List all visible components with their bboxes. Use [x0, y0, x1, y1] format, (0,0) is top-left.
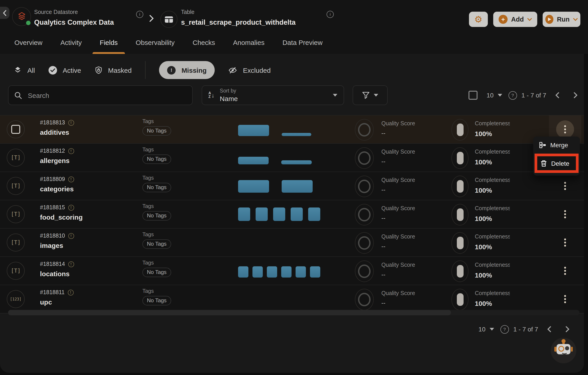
row-menu-button[interactable] [556, 177, 574, 195]
table-breadcrumb[interactable]: Table s_retail_scrape_product_withdelta [181, 10, 295, 26]
field-type-icon[interactable]: [123] [7, 290, 25, 308]
field-name[interactable]: allergens [40, 157, 74, 164]
field-id-cell: #1818812 ! allergens [40, 148, 74, 164]
next-page-button[interactable] [574, 92, 578, 98]
chevron-down-icon [527, 18, 532, 21]
table-row[interactable]: #1818813 ! additives Tags No Tags Qualit… [0, 115, 584, 143]
completeness-label: Completeness [475, 177, 510, 183]
warning-icon: ! [68, 176, 74, 182]
tab-observability[interactable]: Observability [136, 31, 175, 54]
sort-az-icon: AZ↓ [209, 92, 214, 99]
filter-masked[interactable]: Masked [94, 66, 132, 74]
table-info-icon[interactable]: i [326, 11, 334, 18]
next-page-button[interactable] [566, 326, 570, 332]
field-id: #1818810 [40, 233, 65, 239]
funnel-icon [362, 91, 370, 99]
field-name[interactable]: locations [40, 270, 74, 278]
row-context-menu: Merge Delete [533, 136, 580, 176]
select-all-checkbox[interactable] [469, 91, 477, 100]
quality-score-cell: Quality Score -- [355, 119, 415, 141]
field-name[interactable]: categories [40, 185, 74, 193]
search-box[interactable] [8, 85, 193, 105]
delete-label: Delete [551, 160, 569, 167]
row-menu-button[interactable] [556, 234, 574, 251]
field-name[interactable]: images [40, 242, 74, 249]
row-menu-button[interactable] [556, 262, 574, 280]
filter-all[interactable]: All [14, 66, 35, 74]
datastore-breadcrumb[interactable]: Source Datastore Qualytics Complex Data [34, 10, 114, 26]
run-button[interactable]: Run [543, 12, 580, 27]
datastore-avatar[interactable] [12, 7, 31, 26]
scrollbar-thumb[interactable] [8, 310, 451, 315]
table-grid-icon [164, 15, 173, 23]
field-histogram [238, 204, 350, 221]
collapse-sidebar-button[interactable] [0, 7, 10, 19]
field-name[interactable]: upc [40, 298, 74, 306]
filter-missing[interactable]: ! Missing [159, 61, 215, 79]
filter-active[interactable]: Active [48, 66, 81, 74]
page-tabs: Overview Activity Fields Observability C… [0, 31, 588, 54]
fields-panel: All Active Masked ! [0, 54, 584, 373]
menu-item-delete[interactable]: Delete [537, 156, 576, 170]
table-row[interactable]: [T] #1818814 ! locations Tags No Tags Qu… [0, 256, 584, 285]
sort-dropdown[interactable]: AZ↓ Sort by Name [202, 85, 344, 105]
table-row[interactable]: [123] #1818811 ! upc Tags No Tags Qualit… [0, 285, 584, 313]
field-type-icon[interactable]: [T] [7, 205, 25, 223]
row-menu-button[interactable] [556, 205, 574, 223]
filter-button[interactable] [353, 85, 388, 105]
add-button[interactable]: + Add [493, 12, 537, 27]
help-circle-icon[interactable]: ? [508, 91, 517, 99]
menu-item-merge[interactable]: Merge [533, 137, 580, 153]
help-circle-icon[interactable]: ? [500, 325, 509, 333]
completeness-value: 100% [475, 187, 510, 193]
page-size-value[interactable]: 10 [486, 92, 494, 99]
row-menu-button[interactable] [556, 290, 574, 308]
row-checkbox[interactable] [11, 125, 20, 134]
assistant-robot-button[interactable] [551, 338, 576, 363]
histogram-bar [310, 266, 320, 278]
horizontal-scrollbar[interactable] [8, 310, 579, 315]
prev-page-button[interactable] [547, 326, 551, 332]
tab-checks[interactable]: Checks [193, 31, 215, 54]
tab-overview[interactable]: Overview [14, 31, 42, 54]
filter-excluded-label: Excluded [243, 66, 271, 74]
table-row[interactable]: [T] #1818812 ! allergens Tags No Tags Qu… [0, 143, 584, 172]
field-name[interactable]: additives [40, 128, 74, 136]
field-name[interactable]: food_scoring [40, 213, 83, 221]
kebab-cell [549, 257, 581, 285]
quality-score-cell: Quality Score -- [355, 176, 415, 197]
tab-data-preview[interactable]: Data Preview [283, 31, 323, 54]
field-type-icon[interactable]: [T] [7, 234, 25, 251]
filter-excluded[interactable]: Excluded [228, 66, 271, 74]
completeness-pill-icon [452, 232, 469, 254]
quality-score-value: -- [381, 187, 415, 193]
table-label: Table [181, 10, 295, 15]
page-size-arrow-icon[interactable] [489, 328, 494, 331]
table-row[interactable]: [T] #1818809 ! categories Tags No Tags Q… [0, 172, 584, 200]
table-avatar[interactable] [160, 11, 178, 28]
field-type-icon[interactable]: [T] [7, 149, 25, 167]
table-row[interactable]: [T] #1818810 ! images Tags No Tags Quali… [0, 228, 584, 256]
page-size-value[interactable]: 10 [478, 326, 485, 333]
settings-button[interactable]: ⚙ [469, 12, 488, 27]
merge-icon [539, 141, 546, 149]
histogram-bar [238, 208, 250, 221]
datastore-info-icon[interactable]: i [136, 11, 143, 18]
field-type-icon[interactable]: [T] [7, 177, 25, 195]
plus-circle-icon: + [499, 15, 508, 24]
field-histogram [238, 260, 350, 278]
quality-ring-icon [355, 119, 374, 141]
tab-anomalies[interactable]: Anomalies [233, 31, 265, 54]
field-type-icon[interactable] [7, 120, 25, 138]
qualytics-app: Source Datastore Qualytics Complex Data … [0, 0, 588, 375]
field-type-icon[interactable]: [T] [7, 262, 25, 280]
quality-score-label: Quality Score [381, 262, 415, 268]
quality-score-cell: Quality Score -- [355, 147, 415, 169]
tab-activity[interactable]: Activity [60, 31, 82, 54]
tab-fields[interactable]: Fields [100, 31, 118, 54]
prev-page-button[interactable] [555, 92, 559, 98]
row-menu-button[interactable] [556, 120, 574, 138]
search-input[interactable] [27, 91, 192, 99]
table-row[interactable]: [T] #1818815 ! food_scoring Tags No Tags… [0, 200, 584, 228]
page-size-arrow-icon[interactable] [497, 94, 502, 96]
